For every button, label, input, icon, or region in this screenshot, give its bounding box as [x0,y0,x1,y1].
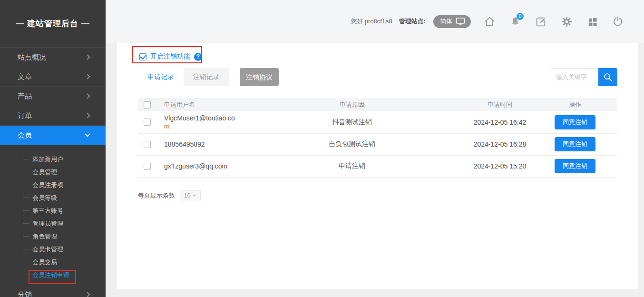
row-checkbox[interactable] [144,163,151,170]
page-size-label: 每页显示条数 [138,191,175,200]
members-submenu: 添加新用户 会员管理 会员注册项 会员等级 第三方账号 管理员管理 角色管理 会… [0,145,106,285]
cancel-agreement-button[interactable]: 注销协议 [240,68,279,86]
logout-button[interactable] [612,15,624,28]
chevron-right-icon [85,74,90,79]
sidebar-item-label: 会员 [18,131,32,140]
subitem-label: 管理员管理 [32,220,63,227]
col-header-reason: 申请原因 [237,98,467,111]
record-tabs: 申请记录 注销记录 [138,68,229,86]
sidebar-item-articles[interactable]: 文章 [0,67,106,87]
app-title: — 建站管理后台 — [0,0,106,48]
pagination: 每页显示条数 10 [138,190,617,201]
subitem-label: 第三方账号 [32,207,63,214]
manage-site-label: 管理站点: [399,17,426,26]
approve-cancel-button[interactable]: 同意注销 [555,159,595,173]
sidebar-subitem-member-trade[interactable]: 会员交易 [0,256,106,268]
apps-button[interactable] [586,15,598,28]
gear-icon [561,16,573,28]
cell-reason: 自负包测试注销 [237,133,467,155]
edit-button[interactable] [535,15,547,28]
notifications-button[interactable]: 0 [509,15,521,28]
monitor-icon [456,17,465,26]
sidebar-item-site-overview[interactable]: 站点概况 [0,48,106,67]
cancel-feature-toggle-row: 开启注销功能 ? [139,51,638,62]
select-all-checkbox[interactable] [144,101,151,109]
sidebar-subitem-role-manage[interactable]: 角色管理 [0,230,106,243]
cell-username: VlgcMuser1@toutiao.com [164,114,236,130]
sidebar-subitem-third-party[interactable]: 第三方账号 [0,204,106,217]
subitem-label: 会员管理 [32,168,57,176]
edit-icon [535,16,547,28]
col-header-username: 申请用户名 [161,98,237,111]
table-row: 18856495892 自负包测试注销 2024-12-05 16:28 同意注… [138,133,617,155]
cell-time: 2024-12-05 16:42 [467,111,533,133]
tab-apply-records[interactable]: 申请记录 [138,68,184,86]
sidebar-item-members[interactable]: 会员 [0,126,106,145]
sidebar-item-orders[interactable]: 订单 [0,106,106,126]
language-pill-label: 简体 [440,17,452,26]
sidebar-subitem-register-fields[interactable]: 会员注册项 [0,178,106,191]
sidebar-item-label: 站点概况 [18,53,46,62]
subitem-label: 角色管理 [32,233,57,240]
sidebar-item-label: 产品 [18,92,32,101]
chevron-right-icon [85,93,90,99]
sidebar-subitem-member-level[interactable]: 会员等级 [0,191,106,204]
main-content-card: 开启注销功能 ? 申请记录 注销记录 注销协议 申请用户名 申请原因 [117,43,638,289]
cell-time: 2024-12-05 16:28 [467,133,533,155]
cell-username: gxTzguser3@qq.com [164,162,227,170]
cell-reason: 申请注销 [237,155,467,177]
search-button[interactable] [598,68,617,86]
chevron-right-icon [85,54,90,59]
notification-badge: 0 [517,13,524,20]
sidebar-item-products[interactable]: 产品 [0,87,106,106]
table-row: VlgcMuser1@toutiao.com 抖音测试注销 2024-12-05… [138,111,617,133]
language-pill[interactable]: 简体 [433,15,471,28]
settings-button[interactable] [560,15,573,28]
subitem-label: 会员注销申请 [32,271,69,278]
search-group [551,68,617,86]
chevron-down-icon [85,131,90,137]
sidebar-item-label: 订单 [18,111,32,120]
subitem-label: 会员等级 [32,194,57,201]
chevron-down-icon [193,195,196,197]
approve-cancel-button[interactable]: 同意注销 [555,115,595,129]
subitem-label: 会员卡管理 [32,246,63,253]
subitem-label: 会员交易 [32,258,57,266]
cell-username: 18856495892 [164,140,205,148]
tab-cancel-records[interactable]: 注销记录 [184,68,229,86]
page-size-value: 10 [184,192,190,199]
col-header-time: 申请时间 [467,98,533,111]
col-header-action: 操作 [533,98,617,111]
home-icon [484,16,496,28]
enable-cancel-checkbox[interactable] [139,53,146,60]
sidebar-subitem-add-user[interactable]: 添加新用户 [0,153,106,166]
page-size-select[interactable]: 10 [180,190,201,201]
chevron-right-icon [85,292,90,297]
sidebar-subitem-member-card[interactable]: 会员卡管理 [0,243,106,256]
cell-time: 2024-12-05 15:20 [467,155,533,177]
enable-cancel-label: 开启注销功能 [150,52,190,61]
approve-cancel-button[interactable]: 同意注销 [555,137,595,151]
table-row: gxTzguser3@qq.com 申请注销 2024-12-05 15:20 … [138,155,617,177]
help-icon[interactable]: ? [194,53,202,61]
sidebar: — 建站管理后台 — 站点概况 文章 产品 订单 会员 添加新用户 会员管理 会… [0,0,106,297]
chevron-right-icon [85,113,90,118]
search-input[interactable] [551,68,598,86]
sidebar-subitem-admin-manage[interactable]: 管理员管理 [0,217,106,230]
home-button[interactable] [483,15,496,28]
sidebar-item-label: 分销 [18,290,32,297]
sidebar-subitem-member-manage[interactable]: 会员管理 [0,166,106,178]
subitem-label: 添加新用户 [32,156,63,163]
row-checkbox[interactable] [144,119,151,126]
table-header-row: 申请用户名 申请原因 申请时间 操作 [138,98,617,111]
greeting-text: 您好 pro8cf1a8 [351,17,392,26]
sidebar-item-distribution[interactable]: 分销 [0,285,106,297]
row-checkbox[interactable] [144,141,151,148]
sidebar-subitem-member-cancel-request[interactable]: 会员注销申请 [0,268,106,281]
cell-reason: 抖音测试注销 [237,111,467,133]
magnifier-icon [603,72,613,82]
sidebar-item-label: 文章 [18,72,32,81]
power-icon [612,16,624,27]
topbar: 您好 pro8cf1a8 管理站点: 简体 0 [106,0,644,43]
cancel-requests-table: 申请用户名 申请原因 申请时间 操作 VlgcMuser1@toutiao.co… [138,98,617,178]
